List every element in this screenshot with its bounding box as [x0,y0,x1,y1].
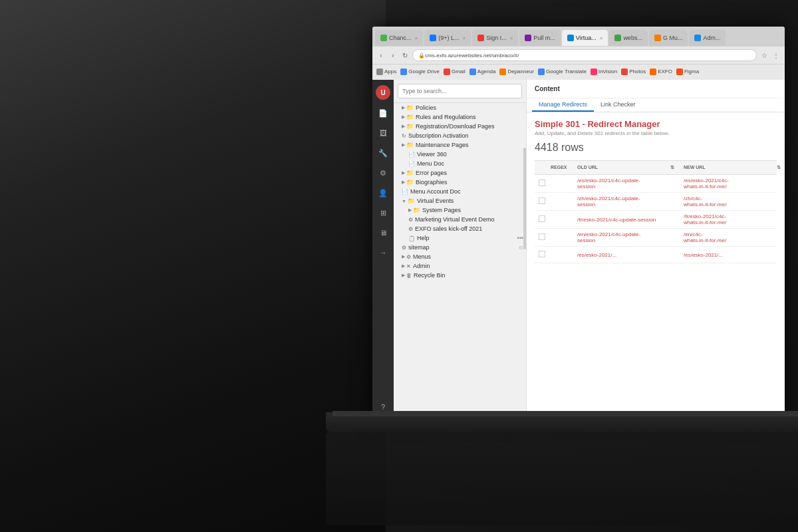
tree-item-subscription[interactable]: ↻ Subscription Activation [394,131,526,140]
bookmark-agenda[interactable]: Agenda [469,68,496,75]
td-checkbox-2[interactable] [535,194,548,209]
tree-item-menus[interactable]: ▶ ⚙ Menus [394,252,526,261]
tree-item-errorpages[interactable]: ▶ 📁 Error pages [394,168,526,178]
td-checkbox-1[interactable] [535,176,548,192]
tab-close-2[interactable]: × [462,35,466,41]
sidebar-icon-grid[interactable]: ⊞ [376,206,390,219]
special-icon-marketing: ⚙ [408,217,413,223]
tab-3[interactable]: Sign I... × [472,30,518,46]
tab-8[interactable]: Adm... [689,30,726,46]
old-url-link-5[interactable]: /es/esko-2021/... [577,252,616,258]
tab-2[interactable]: (9+) L... × [424,30,471,46]
sidebar-icon-user[interactable]: 👤 [376,186,390,200]
checkbox-1[interactable] [539,180,545,186]
more-button[interactable]: ••• [517,235,523,241]
old-url-link-1[interactable]: /es/esko-2021/c4c-update-session [577,178,640,190]
old-url-link-3[interactable]: /fr/esko-2021/c4c-update-session [577,217,656,223]
bookmark-depanneur[interactable]: Depanneur [499,68,534,75]
tree-item-rules[interactable]: ▶ 📁 Rules and Regulations [394,112,526,122]
tree-item-menudoc[interactable]: 📄 Menu Doc [394,159,526,168]
tree-item-registration[interactable]: ▶ 📁 Registration/Download Pages [394,122,526,131]
tree-item-policies[interactable]: ▶ 📁 Policies [394,103,526,112]
tree-item-biographies[interactable]: ▶ 📁 Biographies [394,178,526,187]
new-url-link-3[interactable]: /fr/esko-2021/c4c-whats-in-it-for-me/ [684,213,726,225]
td-old-url-3: /fr/esko-2021/c4c-update-session [575,214,668,225]
td-old-url-4: /en/esko-2021/c4c-update-session [575,229,668,246]
tab-6[interactable]: webs... [609,30,648,46]
td-new-url-1: /es/esko-2021/c4c-whats-in-it-for-me/ [681,175,774,192]
checkbox-3[interactable] [539,215,545,222]
sitemap-indicator: ⊙ [519,245,523,251]
tree-item-help[interactable]: 📋 Help ••• [394,233,526,243]
tab-7[interactable]: G Mu... [649,30,688,46]
tree-item-virtualevents[interactable]: ▼ 📁 Virtual Events [394,196,526,205]
sidebar-icon-document[interactable]: 📄 [376,106,390,120]
sitemap-icon: ⚙ [402,245,406,251]
td-checkbox-4[interactable] [535,229,548,245]
td-new-url-4: /en/c4c-whats-in-it-for-me/ [681,229,774,246]
td-checkbox-5[interactable] [535,247,548,263]
new-url-link-1[interactable]: /es/esko-2021/c4c-whats-in-it-for-me/ [684,178,729,190]
translate-favicon [538,68,545,75]
sidebar-logo[interactable]: U [376,85,390,100]
tree-item-viewer360[interactable]: 📄 Viewer 360 [394,150,526,159]
new-url-link-4[interactable]: /en/c4c-whats-in-it-for-me/ [684,231,726,243]
bookmark-photos[interactable]: Photos [621,68,646,75]
checkbox-5[interactable] [539,251,545,257]
checkbox-4[interactable] [539,233,545,240]
td-checkbox-3[interactable] [535,211,548,227]
new-url-link-2[interactable]: /zh/c4c-whats-in-it-for-me/ [684,196,726,207]
back-button[interactable]: ‹ [376,51,386,60]
bookmark-invision[interactable]: InVision [591,68,617,75]
new-url-link-5[interactable]: /es/esko-2021/... [684,252,723,258]
checkbox-2[interactable] [539,198,545,204]
tab-close-5[interactable]: × [600,35,603,41]
tab-close-3[interactable]: × [510,35,513,41]
tab-manage-redirects[interactable]: Manage Redirects [532,98,594,112]
old-url-link-4[interactable]: /en/esko-2021/c4c-update-session [577,231,640,243]
forward-button[interactable]: › [388,51,398,60]
tree-label-menuaccount: Menu Account Doc [410,188,461,195]
th-old-url: OLD URL [575,164,668,172]
tab-link-checker[interactable]: Link Checker [594,98,642,112]
bookmark-figma[interactable]: Figma [676,68,699,75]
bookmark-button[interactable]: ☆ [759,51,769,60]
sidebar-icon-settings[interactable]: ⚙ [376,166,390,180]
tab-favicon-7 [654,35,661,41]
bookmark-drive[interactable]: Google Drive [400,68,440,75]
tree-item-exfosales[interactable]: ⚙ EXFO sales kick-off 2021 [394,224,526,233]
doc2-icon-help: 📋 [408,235,415,241]
reload-button[interactable]: ↻ [400,51,410,60]
tree-scrollbar[interactable] [523,148,526,249]
url-bar[interactable]: 🔒 cms-exfo.azurewebsites.net/umbraco/#/ [412,49,757,61]
sidebar-icon-arrow[interactable]: → [376,246,390,259]
sidebar-icon-screen[interactable]: 🖥 [376,226,390,239]
menu-button[interactable]: ⋮ [771,51,781,60]
tree-item-marketing[interactable]: ⚙ Marketing Virtual Event Demo [394,215,526,224]
td-end-5 [774,252,785,257]
tree-item-recycle[interactable]: ▶ 🗑 Recycle Bin [394,271,526,280]
tab-1[interactable]: Chanc... × [375,30,423,46]
bookmark-translate[interactable]: Google Translate [538,68,587,75]
th-sort1: ⇅ [668,164,681,172]
table-row: /zh/esko-2021/c4c-update-session /zh/c4c… [535,193,777,211]
sidebar-icon-wrench[interactable]: 🔧 [376,146,390,160]
tab-4[interactable]: Pull m... [519,30,561,46]
tree-arrow-systempages: ▶ [408,207,412,213]
bookmark-apps[interactable]: Apps [376,68,396,75]
tree-item-systempages[interactable]: ▶ 📁 System Pages [394,205,526,215]
tree-item-menuaccount[interactable]: 📄 Menu Account Doc [394,187,526,196]
tab-close-1[interactable]: × [415,35,418,41]
sidebar-icon-image[interactable]: 🖼 [376,126,390,140]
folder-icon-systempages: 📁 [413,207,420,213]
tab-5[interactable]: Virtua... × [562,30,608,46]
bookmark-gmail[interactable]: Gmail [444,68,466,75]
tree-arrow-recycle: ▶ [402,273,405,278]
bookmark-exfo[interactable]: EXFO [650,68,672,75]
old-url-link-2[interactable]: /zh/esko-2021/c4c-update-session [577,196,640,207]
tree-item-sitemap[interactable]: ⚙ sitemap ⊙ [394,243,526,252]
td-new-url-5: /es/esko-2021/... [681,249,774,261]
tree-item-admin[interactable]: ▶ ✕ Admin [394,261,526,271]
tree-item-maintenance[interactable]: ▶ 📁 Maintenance Pages [394,140,526,150]
search-input[interactable] [398,84,522,98]
